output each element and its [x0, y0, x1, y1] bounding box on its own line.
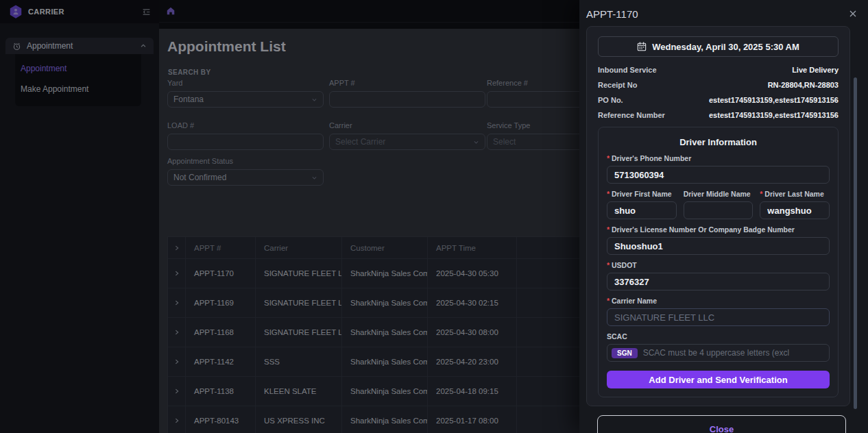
drawer-header: APPT-1170: [579, 0, 868, 23]
driver-middle-name-label: Driver Middle Name: [684, 190, 754, 198]
detail-row-receipt-no: Receipt No RN-28804,RN-28803: [598, 77, 839, 92]
field-driver-phone: Driver's Phone Number: [607, 154, 830, 184]
driver-first-name-input[interactable]: [607, 201, 677, 219]
calendar-icon: [637, 42, 647, 51]
field-usdot: USDOT: [607, 261, 830, 290]
add-driver-button[interactable]: Add Driver and Send Verification: [607, 371, 830, 388]
driver-last-name-label: Driver Last Name: [760, 190, 830, 198]
field-carrier-name: Carrier Name: [607, 297, 830, 326]
usdot-input[interactable]: [607, 273, 830, 290]
carrier-name-input[interactable]: [607, 308, 830, 326]
detail-row-reference-number: Reference Number estest1745913159,estest…: [598, 108, 839, 123]
detail-label: Receipt No: [598, 81, 637, 89]
scac-input[interactable]: SGN SCAC must be 4 uppercase letters (ex…: [607, 344, 830, 362]
carrier-name-label: Carrier Name: [607, 297, 830, 305]
driver-license-label: Driver's License Number Or Company Badge…: [607, 225, 830, 234]
detail-label: Reference Number: [598, 111, 665, 119]
field-driver-last-name: Driver Last Name: [760, 190, 830, 219]
field-driver-license: Driver's License Number Or Company Badge…: [607, 225, 830, 255]
drawer-mask[interactable]: [0, 0, 579, 433]
drawer-title: APPT-1170: [586, 8, 849, 20]
field-driver-middle-name: Driver Middle Name: [684, 190, 754, 219]
drawer-scrollbar[interactable]: [854, 77, 857, 409]
driver-last-name-input[interactable]: [760, 201, 830, 219]
detail-value: estest1745913159,estest1745913156: [709, 96, 839, 104]
detail-row-po-no: PO No. estest1745913159,estest1745913156: [598, 92, 839, 108]
driver-phone-input[interactable]: [607, 166, 830, 184]
scac-tag[interactable]: SGN: [612, 348, 638, 358]
appointment-datetime[interactable]: Wednesday, April 30, 2025 5:30 AM: [598, 36, 839, 57]
appointment-card: Wednesday, April 30, 2025 5:30 AM Inboun…: [586, 26, 850, 406]
appointment-details: Inbound Service Live Delivery Receipt No…: [598, 62, 839, 123]
usdot-label: USDOT: [607, 261, 830, 269]
detail-row-inbound-service: Inbound Service Live Delivery: [598, 62, 839, 77]
scac-label: SCAC: [607, 332, 830, 341]
app-window: CARRIER Appointment Appointment Make App…: [0, 0, 868, 433]
field-driver-names: Driver First Name Driver Middle Name Dri…: [607, 190, 830, 219]
appointment-drawer: APPT-1170 Wednesday, April 30, 2025 5:30…: [579, 0, 868, 433]
detail-label: PO No.: [598, 96, 623, 104]
appointment-datetime-text: Wednesday, April 30, 2025 5:30 AM: [652, 42, 799, 52]
driver-phone-label: Driver's Phone Number: [607, 154, 830, 162]
detail-value: RN-28804,RN-28803: [768, 81, 839, 89]
close-icon[interactable]: [849, 10, 857, 18]
field-scac: SCAC SGN SCAC must be 4 uppercase letter…: [607, 332, 830, 362]
field-driver-first-name: Driver First Name: [607, 190, 677, 219]
driver-information-title: Driver Information: [607, 137, 830, 147]
detail-value: estest1745913159,estest1745913156: [709, 111, 839, 119]
driver-middle-name-input[interactable]: [684, 201, 754, 219]
driver-first-name-label: Driver First Name: [607, 190, 677, 198]
driver-information-section: Driver Information Driver's Phone Number…: [598, 127, 839, 397]
scac-placeholder: SCAC must be 4 uppercase letters (excl: [643, 348, 789, 358]
driver-license-input[interactable]: [607, 237, 830, 255]
detail-value: Live Delivery: [792, 66, 839, 74]
close-drawer-button[interactable]: Close: [597, 415, 846, 433]
detail-label: Inbound Service: [598, 66, 657, 74]
